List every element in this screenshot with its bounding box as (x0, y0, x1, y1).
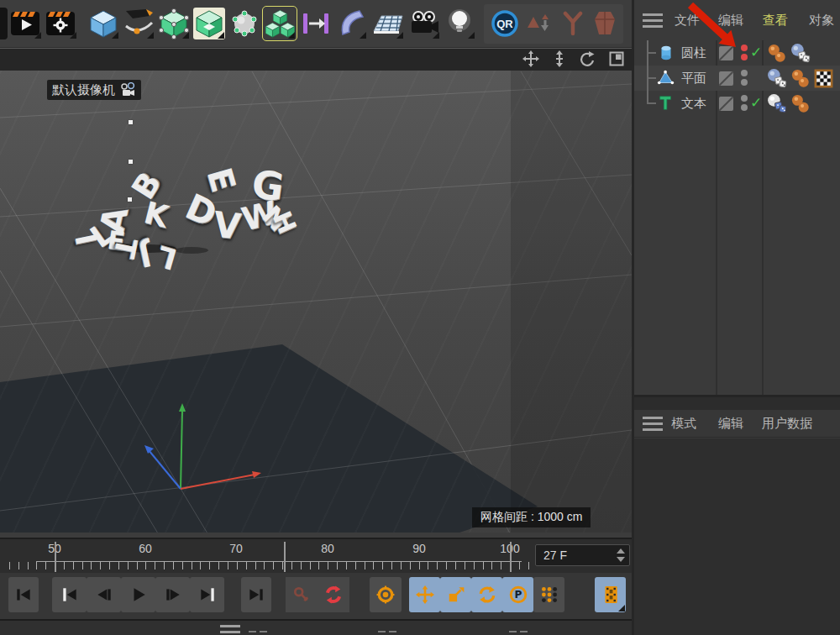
key-position-button[interactable] (409, 577, 440, 612)
om-menu-edit[interactable]: 编辑 (718, 13, 743, 29)
pan-view-icon[interactable] (522, 50, 539, 67)
cylinder-object-icon[interactable] (657, 44, 675, 62)
current-frame-field[interactable]: 27 F (535, 544, 630, 566)
tag-list (766, 68, 835, 89)
layer-toggle[interactable] (719, 97, 733, 111)
render-view-icon[interactable] (10, 8, 42, 39)
next-key-button[interactable] (190, 577, 224, 612)
array-tool-icon[interactable] (264, 8, 296, 39)
bend-deformer-icon[interactable] (335, 8, 367, 39)
ruler-marker (284, 542, 286, 572)
key-parameter-button[interactable]: P (502, 577, 533, 612)
ruler-tick (401, 562, 402, 569)
editor-visibility-dot[interactable] (741, 70, 748, 76)
render-preview-button[interactable] (595, 577, 626, 612)
motion-dot (129, 120, 133, 124)
editor-visibility-dot[interactable] (741, 95, 748, 102)
key-pla-button[interactable] (533, 577, 564, 612)
light-object-icon[interactable] (444, 8, 475, 39)
scene-letter-V[interactable]: V (212, 207, 243, 244)
clipped-icon[interactable] (0, 8, 8, 39)
object-row-plane[interactable]: 平面 (634, 66, 840, 91)
phong-tag-icon[interactable] (766, 43, 788, 64)
object-row-text[interactable]: 文本✓ (634, 91, 840, 116)
dynamics-blue-tag-icon[interactable] (790, 43, 811, 64)
editor-visibility-dot[interactable] (741, 45, 748, 51)
texture-tag-icon[interactable] (813, 68, 835, 89)
play-button[interactable] (121, 577, 155, 612)
camera-label[interactable]: 默认摄像机 (47, 80, 141, 100)
timeline-ruler[interactable]: 5060708090100 27 F (0, 538, 632, 573)
render-settings-icon[interactable] (45, 8, 77, 39)
ruler-tick (100, 562, 101, 569)
dynamics-blue-tag-icon[interactable] (766, 68, 788, 89)
top-toolbar: QR (0, 0, 632, 48)
zoom-view-icon[interactable] (551, 50, 568, 67)
render-visibility-dot[interactable] (741, 79, 748, 86)
viewport[interactable]: BEGDKAWVNHLIETJL 默认摄像机 网格间距 : 1000 cm (0, 71, 632, 533)
ruler-tick (264, 562, 265, 569)
object-name: 平面 (681, 71, 706, 87)
enabled-check-icon[interactable]: ✓ (750, 44, 762, 60)
pen-tool-icon[interactable] (123, 8, 155, 39)
tree-branch (647, 102, 656, 104)
am-menu-mode[interactable]: 模式 (671, 416, 696, 432)
clipped-label-hint (260, 631, 267, 632)
prev-key-button[interactable] (52, 577, 87, 612)
enabled-check-icon[interactable]: ✓ (750, 94, 762, 111)
autokey-button[interactable] (318, 577, 349, 612)
make-editable-icon[interactable] (158, 8, 190, 39)
am-menu-edit[interactable]: 编辑 (718, 416, 743, 432)
om-menu-file[interactable]: 文件 (675, 13, 700, 29)
keyframe-settings-button[interactable] (370, 577, 402, 612)
frame-spinner[interactable] (616, 548, 626, 563)
am-menu-icon[interactable] (643, 417, 663, 431)
mirror-tool-icon[interactable] (300, 8, 332, 39)
record-key-button[interactable] (286, 577, 318, 612)
next-frame-button[interactable] (155, 577, 190, 612)
maximize-view-icon[interactable] (608, 50, 625, 67)
ruler-tick (310, 562, 311, 569)
ruler-tick (18, 562, 19, 569)
phong-tag-icon[interactable] (790, 93, 811, 114)
render-visibility-dot[interactable] (741, 104, 748, 111)
layer-toggle[interactable] (719, 71, 733, 86)
ruler-tick (36, 562, 37, 569)
om-menu-objects[interactable]: 对象 (809, 13, 834, 29)
key-scale-button[interactable] (440, 577, 471, 612)
floor-object-icon[interactable] (372, 8, 404, 39)
ruler-tick (182, 562, 183, 569)
om-menu-view[interactable]: 查看 (763, 13, 788, 29)
ruler-tick (491, 562, 492, 569)
polygon-mode-icon[interactable] (193, 8, 225, 39)
material-menu-icon[interactable] (220, 625, 240, 635)
dynamics-white-tag-icon[interactable] (766, 93, 788, 114)
qr-badge-icon[interactable]: QR (489, 8, 521, 39)
goto-end-button[interactable] (241, 577, 271, 612)
om-menu-icon[interactable] (643, 13, 663, 28)
ruler-tick (145, 562, 146, 569)
layer-toggle[interactable] (719, 46, 733, 60)
mograph-falloff-icon[interactable] (524, 8, 556, 39)
points-mode-icon[interactable] (228, 8, 260, 39)
goto-start-button[interactable] (8, 577, 39, 612)
plane-object-icon[interactable] (657, 69, 675, 87)
clipped-label-hint (378, 631, 386, 632)
ruler-tick (365, 562, 365, 569)
panel-splitter[interactable] (634, 395, 840, 410)
model-mode-icon[interactable] (87, 8, 119, 39)
rotate-view-icon[interactable] (580, 50, 596, 67)
text-object-icon[interactable] (657, 94, 675, 113)
joint-tool-icon[interactable] (557, 8, 589, 39)
render-visibility-dot[interactable] (741, 54, 748, 60)
camera-object-icon[interactable] (408, 8, 440, 39)
am-menu-user-data[interactable]: 用户数据 (762, 416, 812, 432)
ruler-tick (474, 562, 475, 569)
character-tool-icon[interactable] (589, 8, 621, 39)
object-manager-menu: 文件编辑查看对象 (634, 0, 840, 40)
key-rotation-button[interactable] (471, 577, 502, 612)
phong-tag-icon[interactable] (790, 68, 811, 89)
prev-frame-button[interactable] (87, 577, 121, 612)
object-row-cylinder[interactable]: 圆柱✓ (634, 40, 840, 66)
object-name: 文本 (681, 96, 706, 112)
